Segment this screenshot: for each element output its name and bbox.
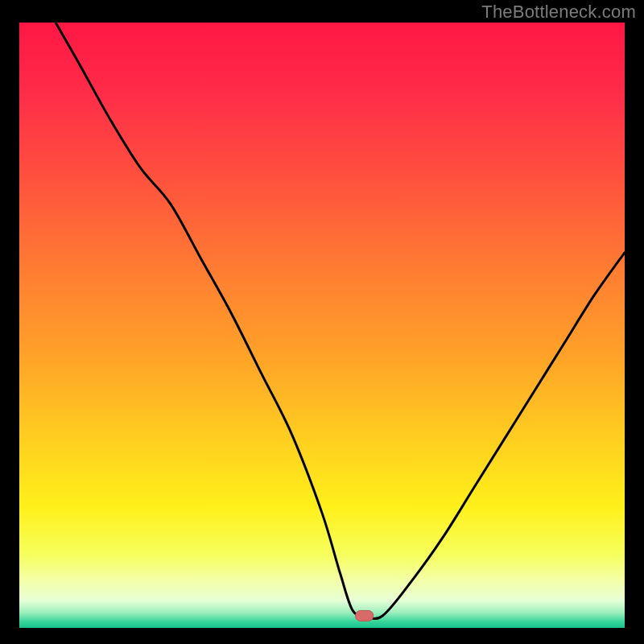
bottleneck-chart xyxy=(19,23,625,628)
gradient-background xyxy=(19,23,625,628)
chart-frame: TheBottleneck.com xyxy=(0,0,644,644)
plot-area xyxy=(19,23,625,628)
watermark-text: TheBottleneck.com xyxy=(481,2,636,23)
optimal-marker xyxy=(356,610,374,621)
